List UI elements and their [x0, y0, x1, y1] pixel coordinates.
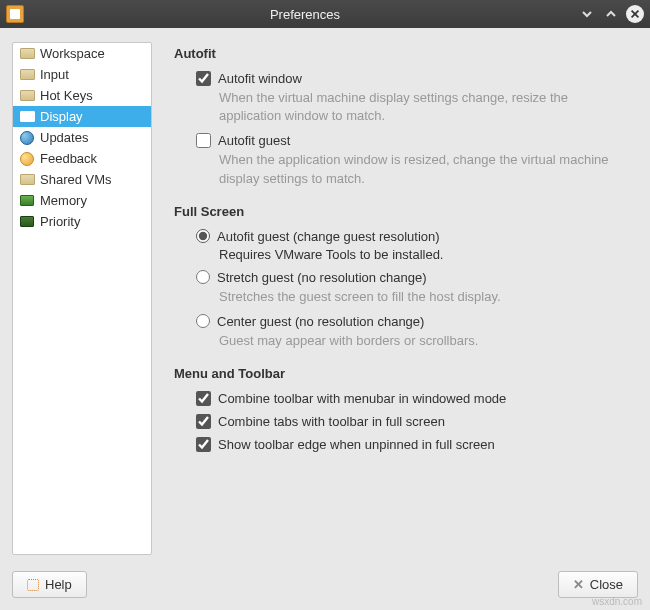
combine-toolbar-option: Combine toolbar with menubar in windowed…	[196, 391, 630, 406]
button-label: Close	[590, 577, 623, 592]
option-label: Combine toolbar with menubar in windowed…	[218, 391, 506, 406]
sidebar-item-updates[interactable]: Updates	[13, 127, 151, 148]
option-description: Guest may appear with borders or scrollb…	[219, 332, 630, 350]
autofit-guest-row[interactable]: Autofit guest	[196, 133, 630, 148]
sidebar-item-priority[interactable]: Priority	[13, 211, 151, 232]
titlebar: Preferences	[0, 0, 650, 28]
combine-tabs-option: Combine tabs with toolbar in full screen	[196, 414, 630, 429]
section-title: Full Screen	[174, 204, 630, 219]
window-controls	[578, 5, 644, 23]
show-edge-option: Show toolbar edge when unpinned in full …	[196, 437, 630, 452]
folder-icon	[19, 47, 35, 61]
autofit-window-row[interactable]: Autofit window	[196, 71, 630, 86]
chevron-down-icon	[580, 7, 594, 21]
fullscreen-autofit-radio[interactable]	[196, 229, 210, 243]
option-label: Autofit window	[218, 71, 302, 86]
sidebar-item-label: Display	[40, 109, 83, 124]
sidebar-item-shared-vms[interactable]: Shared VMs	[13, 169, 151, 190]
autofit-section: Autofit Autofit window When the virtual …	[174, 46, 630, 188]
dialog-footer: Help ✕ Close	[0, 563, 650, 610]
sidebar-item-hot-keys[interactable]: Hot Keys	[13, 85, 151, 106]
help-button[interactable]: Help	[12, 571, 87, 598]
close-icon	[629, 8, 641, 20]
chip-icon	[19, 194, 35, 208]
settings-panel: Autofit Autofit window When the virtual …	[174, 42, 638, 555]
folder-icon	[19, 173, 35, 187]
preferences-window: Preferences Workspace Input	[0, 0, 650, 610]
monitor-icon	[19, 110, 35, 124]
option-note: Requires VMware Tools to be installed.	[219, 247, 630, 262]
sidebar-item-memory[interactable]: Memory	[13, 190, 151, 211]
option-description: When the virtual machine display setting…	[219, 89, 630, 125]
option-label: Combine tabs with toolbar in full screen	[218, 414, 445, 429]
fullscreen-stretch-option: Stretch guest (no resolution change) Str…	[196, 270, 630, 306]
watermark-text: wsxdn.com	[592, 596, 642, 607]
option-label: Autofit guest (change guest resolution)	[217, 229, 440, 244]
sidebar-item-label: Memory	[40, 193, 87, 208]
show-edge-row[interactable]: Show toolbar edge when unpinned in full …	[196, 437, 630, 452]
globe-icon	[19, 131, 35, 145]
content-area: Workspace Input Hot Keys Display Updates…	[0, 28, 650, 563]
fullscreen-center-radio[interactable]	[196, 314, 210, 328]
window-title: Preferences	[32, 7, 578, 22]
close-button[interactable]: ✕ Close	[558, 571, 638, 598]
option-description: When the application window is resized, …	[219, 151, 630, 187]
show-edge-checkbox[interactable]	[196, 437, 211, 452]
fullscreen-stretch-row[interactable]: Stretch guest (no resolution change)	[196, 270, 630, 285]
close-window-button[interactable]	[626, 5, 644, 23]
sidebar-item-input[interactable]: Input	[13, 64, 151, 85]
autofit-window-option: Autofit window When the virtual machine …	[196, 71, 630, 125]
button-label: Help	[45, 577, 72, 592]
fullscreen-section: Full Screen Autofit guest (change guest …	[174, 204, 630, 350]
autofit-guest-option: Autofit guest When the application windo…	[196, 133, 630, 187]
option-description: Stretches the guest screen to fill the h…	[219, 288, 630, 306]
sidebar-item-label: Updates	[40, 130, 88, 145]
fullscreen-center-row[interactable]: Center guest (no resolution change)	[196, 314, 630, 329]
sidebar-item-label: Workspace	[40, 46, 105, 61]
menu-toolbar-section: Menu and Toolbar Combine toolbar with me…	[174, 366, 630, 452]
combine-tabs-checkbox[interactable]	[196, 414, 211, 429]
folder-icon	[19, 68, 35, 82]
sidebar-item-display[interactable]: Display	[13, 106, 151, 127]
option-label: Autofit guest	[218, 133, 290, 148]
fullscreen-autofit-option: Autofit guest (change guest resolution) …	[196, 229, 630, 262]
help-icon	[27, 579, 39, 591]
sidebar-item-label: Feedback	[40, 151, 97, 166]
fullscreen-stretch-radio[interactable]	[196, 270, 210, 284]
section-title: Menu and Toolbar	[174, 366, 630, 381]
autofit-guest-checkbox[interactable]	[196, 133, 211, 148]
option-label: Show toolbar edge when unpinned in full …	[218, 437, 495, 452]
option-label: Stretch guest (no resolution change)	[217, 270, 427, 285]
close-icon: ✕	[573, 577, 584, 592]
option-label: Center guest (no resolution change)	[217, 314, 424, 329]
section-title: Autofit	[174, 46, 630, 61]
combine-toolbar-checkbox[interactable]	[196, 391, 211, 406]
chevron-up-icon	[604, 7, 618, 21]
sidebar-item-label: Priority	[40, 214, 80, 229]
face-icon	[19, 152, 35, 166]
sidebar-item-workspace[interactable]: Workspace	[13, 43, 151, 64]
folder-icon	[19, 89, 35, 103]
sidebar-item-label: Input	[40, 67, 69, 82]
fullscreen-autofit-row[interactable]: Autofit guest (change guest resolution)	[196, 229, 630, 244]
autofit-window-checkbox[interactable]	[196, 71, 211, 86]
sidebar-item-feedback[interactable]: Feedback	[13, 148, 151, 169]
sidebar-item-label: Hot Keys	[40, 88, 93, 103]
combine-toolbar-row[interactable]: Combine toolbar with menubar in windowed…	[196, 391, 630, 406]
tasks-icon	[19, 215, 35, 229]
app-icon	[6, 5, 24, 23]
sidebar-item-label: Shared VMs	[40, 172, 112, 187]
maximize-button[interactable]	[602, 5, 620, 23]
combine-tabs-row[interactable]: Combine tabs with toolbar in full screen	[196, 414, 630, 429]
fullscreen-center-option: Center guest (no resolution change) Gues…	[196, 314, 630, 350]
category-sidebar: Workspace Input Hot Keys Display Updates…	[12, 42, 152, 555]
minimize-button[interactable]	[578, 5, 596, 23]
